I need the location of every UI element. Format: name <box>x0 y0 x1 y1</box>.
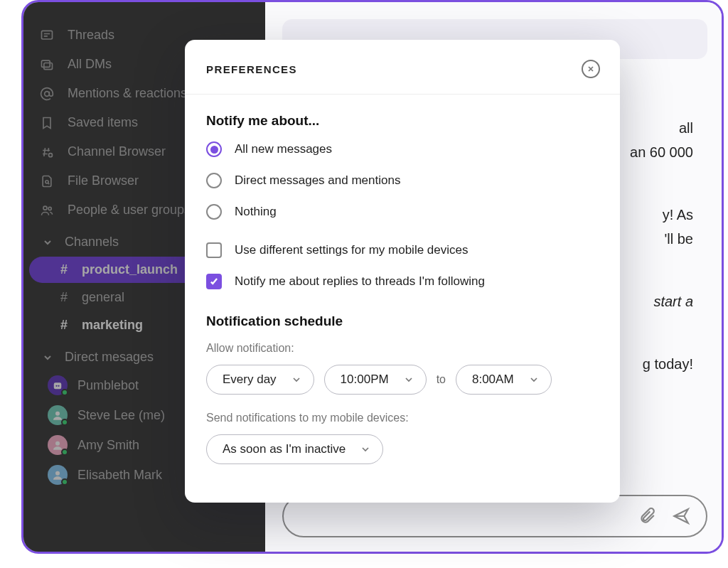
mobile-send-label: Send notifications to my mobile devices: <box>206 412 599 424</box>
svg-point-7 <box>48 207 51 210</box>
avatar <box>48 435 68 455</box>
pill-value: 10:00PM <box>341 373 389 387</box>
chevron-down-icon <box>291 374 302 385</box>
svg-point-11 <box>55 412 60 416</box>
presence-dot <box>61 449 68 456</box>
schedule-row: Every day 10:00PM to 8:00AM <box>206 365 599 395</box>
radio-dm-mentions[interactable]: Direct messages and mentions <box>206 173 599 188</box>
dm-label: Amy Smith <box>77 438 139 453</box>
svg-point-5 <box>46 180 48 183</box>
hash-icon: # <box>58 290 70 305</box>
radio-icon <box>206 141 222 157</box>
nav-label: File Browser <box>68 173 139 188</box>
chevron-down-icon <box>42 352 53 363</box>
avatar <box>48 405 68 425</box>
nav-label: People & user groups <box>68 203 191 218</box>
chat-text: g today! <box>643 356 693 372</box>
channel-label: general <box>82 290 124 305</box>
checkbox-icon <box>206 274 222 289</box>
checkbox-icon <box>206 242 222 258</box>
pill-value: 8:00AM <box>472 373 514 387</box>
presence-dot <box>61 389 68 396</box>
chevron-down-icon <box>360 444 371 455</box>
dms-icon <box>39 58 55 72</box>
dm-header-label: Direct mesages <box>65 350 154 365</box>
section-schedule-title: Notification schedule <box>206 314 599 329</box>
modal-title: PREFERENCES <box>206 63 297 75</box>
checkbox-label: Use different settings for my mobile dev… <box>235 243 469 257</box>
nav-label: Channel Browser <box>68 144 166 159</box>
svg-point-10 <box>58 385 59 387</box>
mobile-timing-select[interactable]: As soon as I'm inactive <box>206 434 383 464</box>
svg-rect-0 <box>42 31 53 39</box>
file-search-icon <box>39 174 55 188</box>
checkbox-thread-replies[interactable]: Notify me about replies to threads I'm f… <box>206 274 599 289</box>
nav-label: Mentions & reactions <box>68 86 187 101</box>
nav-label: Threads <box>68 28 114 43</box>
modal-header: PREFERENCES <box>185 40 620 95</box>
nav-label: All DMs <box>68 57 112 72</box>
dm-label: Elisabeth Mark <box>77 468 162 483</box>
channels-label: Channels <box>65 235 119 250</box>
avatar <box>48 465 68 485</box>
threads-icon <box>39 28 55 43</box>
presence-dot <box>61 419 68 426</box>
hash-icon: # <box>58 318 70 333</box>
to-label: to <box>437 373 446 386</box>
chevron-down-icon <box>528 374 540 385</box>
time-to-select[interactable]: 8:00AM <box>456 365 552 395</box>
modal-body: Notify me about... All new messages Dire… <box>185 95 620 464</box>
dm-label: Steve Lee (me) <box>77 408 165 423</box>
people-icon <box>39 203 55 218</box>
svg-point-9 <box>55 385 57 387</box>
svg-point-13 <box>55 471 60 476</box>
checkbox-mobile-settings[interactable]: Use different settings for my mobile dev… <box>206 242 599 258</box>
frequency-select[interactable]: Every day <box>206 365 314 395</box>
bookmark-icon <box>39 116 55 130</box>
radio-all-messages[interactable]: All new messages <box>206 141 599 157</box>
hash-search-icon <box>39 145 55 159</box>
dm-label: Pumblebot <box>77 378 139 393</box>
svg-point-3 <box>45 91 50 96</box>
channel-label: product_launch <box>82 262 178 277</box>
hash-icon: # <box>58 262 70 277</box>
chevron-down-icon <box>42 237 53 248</box>
nav-label: Saved items <box>68 115 138 130</box>
radio-label: Nothing <box>235 205 277 219</box>
close-button[interactable] <box>582 60 600 78</box>
chevron-down-icon <box>403 374 414 385</box>
svg-point-12 <box>55 441 60 446</box>
presence-dot <box>61 478 68 486</box>
pill-value: As soon as I'm inactive <box>223 442 346 456</box>
radio-label: Direct messages and mentions <box>235 173 400 188</box>
radio-label: All new messages <box>235 142 332 156</box>
svg-rect-8 <box>54 382 62 389</box>
svg-rect-1 <box>42 60 50 67</box>
svg-rect-2 <box>44 63 53 69</box>
allow-label: Allow notification: <box>206 342 599 355</box>
channel-label: marketing <box>82 318 143 333</box>
mobile-row: As soon as I'm inactive <box>206 434 599 464</box>
radio-nothing[interactable]: Nothing <box>206 204 599 220</box>
chat-text: start a <box>653 294 693 309</box>
send-icon[interactable] <box>672 507 690 525</box>
avatar <box>48 375 68 395</box>
checkbox-label: Notify me about replies to threads I'm f… <box>235 274 485 289</box>
preferences-modal: PREFERENCES Notify me about... All new m… <box>185 40 620 503</box>
radio-icon <box>206 173 222 188</box>
section-notify-title: Notify me about... <box>206 113 599 129</box>
svg-point-6 <box>43 206 47 210</box>
attachment-icon[interactable] <box>638 507 656 525</box>
radio-icon <box>206 204 222 220</box>
time-from-select[interactable]: 10:00PM <box>324 365 427 395</box>
at-icon <box>39 87 55 101</box>
pill-value: Every day <box>223 373 277 387</box>
